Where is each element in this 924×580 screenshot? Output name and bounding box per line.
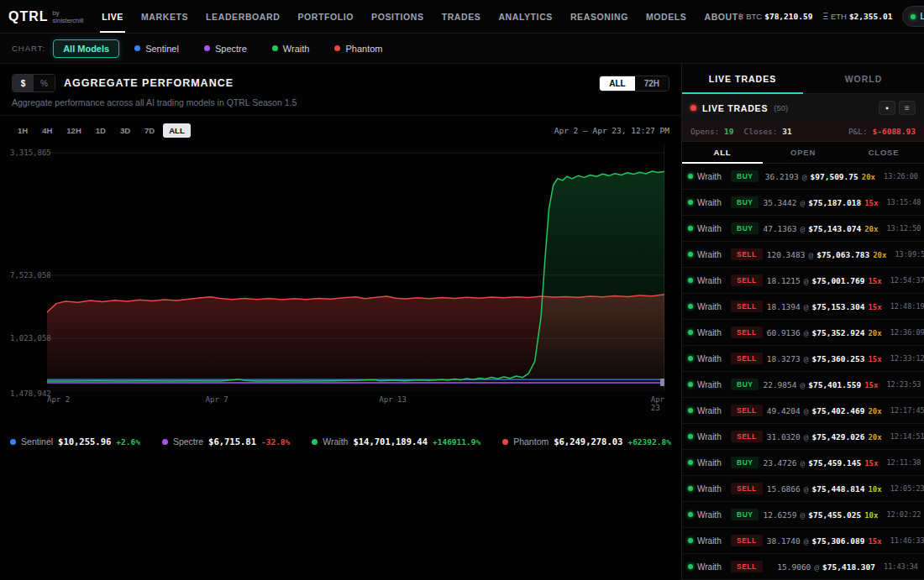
trade-filter-tab[interactable]: OPEN [763,142,843,163]
nav-item[interactable]: TRADES [442,0,481,33]
timeframe-button[interactable]: 4H [36,123,58,138]
model-pill[interactable]: All Models [53,39,119,58]
trade-time: 12:02:22 [882,510,921,519]
trade-row[interactable]: Wraith SELL 49.4204 @ $75,402.469 20x 12… [682,398,924,424]
sidebar-tab[interactable]: LIVE TRADES [682,64,803,93]
timeframe-button[interactable]: 3D [114,123,136,138]
trade-quantity: 60.9136 [767,328,801,337]
trade-filter-tab[interactable]: CLOSE [843,142,924,163]
trade-leverage: 15x [868,277,881,285]
nav-item[interactable]: MODELS [646,0,687,33]
nav-item[interactable]: ANALYTICS [498,0,553,33]
trade-time: 13:12:50 [882,224,921,233]
timeframe-button[interactable]: 1H [12,123,34,138]
nav-item[interactable]: PORTFOLIO [297,0,354,33]
unit-toggle-button[interactable]: $ [13,75,34,91]
trade-side-badge: SELL [731,405,763,416]
trade-row[interactable]: Wraith SELL 15.6866 @ $75,448.814 10x 12… [682,476,924,502]
model-pill[interactable]: Phantom [324,39,392,58]
trade-row[interactable]: Wraith BUY 22.9854 @ $75,401.559 15x 12:… [682,372,924,398]
chart-panel: $ % AGGREGATE PERFORMANCE ALL 72H Aggreg… [0,64,682,580]
trade-row[interactable]: Wraith BUY 36.2193 @ $97,509.75 20x 13:2… [682,164,924,190]
trade-price: $75,401.559 [808,380,861,389]
range-toggle: ALL 72H [599,76,669,91]
legend-model-value: $14,701,189.44 [353,436,428,447]
model-pill-label: Sentinel [145,44,179,54]
legend-model-change: -32.8% [261,437,290,447]
trade-row[interactable]: Wraith SELL 31.0320 @ $75,429.026 20x 12… [682,424,924,450]
list-view-icon[interactable]: ≡ [899,101,916,115]
trade-leverage: 10x [864,511,878,520]
timeframe-button[interactable]: 12H [60,123,87,138]
trade-quantity: 18.1215 [767,276,801,285]
nav-item[interactable]: REASONING [570,0,628,33]
trade-row[interactable]: Wraith SELL 120.3483 @ $75,063.783 20x 1… [682,242,924,268]
timeframe-button[interactable]: 1D [90,123,112,138]
trade-model: Wraith [697,536,727,546]
nav-item[interactable]: LEADERBOARD [206,0,280,33]
trade-price: $75,402.469 [812,406,865,415]
timeframe-button[interactable]: 7D [139,123,160,138]
trade-row[interactable]: Wraith BUY 35.3442 @ $75,187.018 15x 13:… [682,190,924,216]
nav-item[interactable]: ABOUT [704,0,738,33]
timeframe-button[interactable]: ALL [163,123,190,138]
at-symbol: @ [804,276,809,285]
trade-side-badge: SELL [731,300,763,312]
model-pill[interactable]: Sentinel [124,39,189,58]
trade-row[interactable]: Wraith BUY 23.4726 @ $75,459.145 15x 12:… [682,450,924,476]
trade-row[interactable]: Wraith SELL 15.9060 @ $75,418.307 11:43:… [682,554,924,580]
sidebar-tab[interactable]: WORLD [803,64,924,93]
nav-item[interactable]: LIVE [102,0,123,33]
trade-time: 11:43:34 [879,562,918,571]
trade-price: $75,306.089 [812,536,865,546]
trade-live-dot-icon [688,408,693,413]
logo[interactable]: QTRL by sinisterchill [8,0,83,33]
nav-item[interactable]: POSITIONS [371,0,424,33]
range-toggle-button[interactable]: 72H [635,76,669,91]
trade-live-dot-icon [688,434,693,439]
x-axis-label: Apr 13 [379,395,407,404]
trade-leverage: 20x [864,225,878,233]
trade-leverage: 15x [864,199,878,207]
trade-quantity: 23.4726 [763,458,796,468]
trade-fill: 49.4204 @ $75,402.469 20x [767,406,882,415]
ticker: ฿ BTC $78,210.59 [738,12,813,21]
trade-live-dot-icon [688,382,693,387]
trade-side-badge: SELL [731,535,763,546]
trade-row[interactable]: Wraith SELL 18.3273 @ $75,360.253 15x 12… [682,346,924,372]
model-pill-label: Spectre [215,44,247,54]
trade-row[interactable]: Wraith SELL 60.9136 @ $75,352.924 20x 12… [682,320,924,346]
trade-row[interactable]: Wraith SELL 38.1740 @ $75,306.089 15x 11… [682,528,924,554]
x-axis-label: Apr 23 [651,395,664,412]
trade-model: Wraith [697,224,727,233]
nav-item[interactable]: MARKETS [141,0,188,33]
at-symbol: @ [804,302,809,311]
live-status-button[interactable]: Li [902,6,924,27]
trade-row[interactable]: Wraith BUY 12.6259 @ $75,455.025 10x 12:… [682,502,924,528]
trade-model: Wraith [697,250,727,259]
range-toggle-button[interactable]: ALL [600,76,634,91]
trade-quantity: 12.6259 [763,510,796,520]
unit-toggle-button[interactable]: % [34,75,55,91]
trade-fill: 15.6866 @ $75,448.814 10x [767,484,882,494]
trades-stats: Opens: 19 Closes: 31 P&L: $-6088.93 [682,122,924,142]
trade-side-badge: BUY [731,170,759,182]
unit-toggle: $ % [12,74,55,92]
legend-model-name: Phantom [513,436,549,447]
trade-row[interactable]: Wraith BUY 47.1363 @ $75,143.074 20x 13:… [682,216,924,242]
model-pill[interactable]: Wraith [262,39,320,58]
trade-filter-tab[interactable]: ALL [682,142,763,163]
grid-view-icon[interactable]: ▪ [879,101,895,115]
x-axis-labels: Apr 2 Apr 7 Apr 13 Apr 23 [47,393,664,408]
trade-live-dot-icon [688,486,693,491]
trade-model: Wraith [697,380,727,389]
trade-leverage: 20x [868,329,881,337]
trade-price: $75,459.145 [808,458,861,468]
trade-row[interactable]: Wraith SELL 18.1215 @ $75,001.769 15x 12… [682,268,924,294]
chart-plot[interactable] [47,144,664,391]
trade-row[interactable]: Wraith SELL 18.1394 @ $75,153.304 15x 12… [682,294,924,320]
model-pill[interactable]: Spectre [194,39,257,58]
trade-live-dot-icon [688,356,693,361]
trade-fill: 120.3483 @ $75,063.783 20x [767,250,887,259]
trade-live-dot-icon [688,252,693,257]
